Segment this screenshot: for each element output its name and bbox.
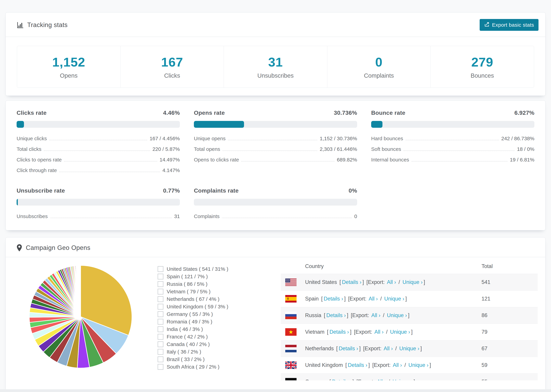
bounce-rate-progressbar [371, 121, 534, 128]
legend-item-united-states[interactable]: United States ( 541 / 31% ) [158, 266, 252, 272]
details-link[interactable]: Details › [329, 329, 349, 335]
stat-unsubscribes-label: Unsubscribes [257, 72, 294, 79]
complaints-rate-progressbar [194, 199, 357, 206]
stat-opens-label: Opens [60, 72, 78, 79]
legend-swatch [158, 266, 163, 272]
export-basic-stats-button[interactable]: Export basic stats [480, 19, 538, 31]
unsubscribe-rate-title: Unsubscribe rate [17, 187, 65, 194]
legend-item-russia[interactable]: Russia ( 86 / 5% ) [158, 281, 252, 287]
opens-rate-value: 30.736% [334, 109, 357, 116]
page-title: Tracking stats [27, 21, 68, 28]
export-all-link[interactable]: All › [393, 362, 402, 368]
dotted-leader [222, 218, 352, 218]
legend-swatch [158, 281, 163, 287]
legend-item-france[interactable]: France ( 42 / 2% ) [158, 334, 252, 340]
pie-slice[interactable] [80, 266, 81, 317]
stat-complaints-value: 0 [375, 55, 383, 70]
stat-row: Total opens2,303 / 61.446% [194, 146, 357, 152]
export-all-link[interactable]: All › [377, 379, 386, 380]
legend-swatch [158, 274, 163, 280]
stat-row: Unsubscribes31 [17, 213, 180, 219]
legend-item-italy[interactable]: Italy ( 36 / 2% ) [158, 349, 252, 355]
export-unique-link[interactable]: Unique › [387, 312, 407, 318]
country-name: United Kingdom [305, 362, 343, 368]
details-link[interactable]: Details › [332, 379, 352, 380]
details-link[interactable]: Details › [348, 362, 367, 368]
legend-item-south-africa[interactable]: South Africa ( 29 / 2% ) [158, 364, 252, 370]
unsubscribe-rate-value: 0.77% [163, 187, 180, 194]
column-header-total: Total [481, 263, 538, 269]
stat-row: Click through rate4.147% [17, 168, 180, 173]
dotted-leader [222, 151, 317, 151]
geo-pie-chart[interactable] [28, 259, 138, 380]
stat-opens-value: 1,152 [52, 55, 85, 70]
opens-rate-title: Opens rate [194, 109, 225, 116]
stat-row: Complaints0 [194, 213, 357, 219]
legend-item-romania[interactable]: Romania ( 49 / 3% ) [158, 319, 252, 325]
export-unique-link[interactable]: Unique › [393, 379, 413, 380]
legend-item-brazil[interactable]: Brazil ( 33 / 2% ) [158, 357, 252, 362]
legend-swatch [158, 334, 163, 340]
export-unique-link[interactable]: Unique › [390, 329, 410, 335]
dotted-leader [44, 151, 150, 151]
dotted-leader [50, 218, 172, 218]
export-all-link[interactable]: All › [384, 345, 393, 351]
country-name: Germany [305, 379, 327, 380]
country-total: 67 [481, 345, 538, 352]
stat-bounces-label: Bounces [471, 72, 494, 79]
legend-swatch [158, 319, 163, 325]
geo-pie-legend: United States ( 541 / 31% ) Spain ( 121 … [158, 259, 252, 380]
unsubscribe-rate-block: Unsubscribe rate 0.77% Unsubscribes31 [17, 187, 180, 219]
dotted-leader [64, 161, 157, 161]
bounce-rate-block: Bounce rate 6.927% Hard bounces242 / 86.… [371, 109, 534, 173]
export-icon [484, 21, 490, 28]
tracking-stats-card: Tracking stats Export basic stats 1,152 … [6, 12, 545, 96]
export-unique-link[interactable]: Unique › [399, 345, 419, 351]
legend-item-netherlands[interactable]: Netherlands ( 67 / 4% ) [158, 296, 252, 302]
clicks-rate-block: Clicks rate 4.46% Unique clicks167 / 4.4… [17, 109, 180, 173]
legend-item-spain[interactable]: Spain ( 121 / 7% ) [158, 274, 252, 280]
bounce-rate-progress-fill [371, 121, 382, 128]
country-total: 86 [481, 312, 538, 318]
legend-swatch [158, 326, 163, 332]
geo-opens-table: Country Total United States [Details ›] … [281, 259, 538, 380]
details-link[interactable]: Details › [342, 279, 361, 285]
country-name: Vietnam [305, 329, 325, 335]
legend-swatch [158, 311, 163, 317]
export-all-link[interactable]: All › [387, 279, 396, 285]
export-unique-link[interactable]: Unique › [384, 296, 404, 302]
legend-swatch [158, 349, 163, 355]
legend-item-india[interactable]: India ( 46 / 3% ) [158, 326, 252, 332]
legend-item-vietnam[interactable]: Vietnam ( 79 / 5% ) [158, 289, 252, 294]
stat-bounces-value: 279 [471, 55, 493, 70]
export-button-label: Export basic stats [492, 22, 534, 28]
legend-swatch [158, 364, 163, 370]
export-all-link[interactable]: All › [371, 312, 380, 318]
details-link[interactable]: Details › [326, 312, 346, 318]
country-total: 541 [481, 279, 538, 285]
opens-rate-block: Opens rate 30.736% Unique opens1,152 / 3… [194, 109, 357, 173]
export-unique-link[interactable]: Unique › [403, 279, 423, 285]
stat-row: Total clicks220 / 5.87% [17, 146, 180, 152]
stat-row: Clicks to opens rate14.497% [17, 157, 180, 163]
table-row-germany: Germany [Details ›] [Export: All › / Uni… [281, 373, 538, 380]
stat-row: Opens to clicks rate689.82% [194, 157, 357, 163]
table-row-vietnam: Vietnam [Details ›] [Export: All › / Uni… [281, 324, 538, 340]
clicks-rate-title: Clicks rate [17, 109, 47, 116]
legend-item-united-kingdom[interactable]: United Kingdom ( 59 / 3% ) [158, 304, 252, 309]
export-all-link[interactable]: All › [369, 296, 378, 302]
stat-complaints: 0 Complaints [327, 46, 431, 88]
dotted-leader [49, 140, 147, 140]
details-link[interactable]: Details › [339, 345, 358, 351]
stat-clicks-value: 167 [161, 55, 183, 70]
country-name: Spain [305, 296, 319, 302]
export-unique-link[interactable]: Unique › [409, 362, 429, 368]
bar-chart-icon [17, 21, 23, 28]
legend-item-germany[interactable]: Germany ( 55 / 3% ) [158, 311, 252, 317]
details-link[interactable]: Details › [324, 296, 343, 302]
stat-complaints-label: Complaints [364, 72, 394, 79]
export-all-link[interactable]: All › [374, 329, 383, 335]
legend-swatch [158, 296, 163, 302]
legend-item-canada[interactable]: Canada ( 40 / 2% ) [158, 341, 252, 347]
stat-opens: 1,152 Opens [17, 46, 120, 88]
